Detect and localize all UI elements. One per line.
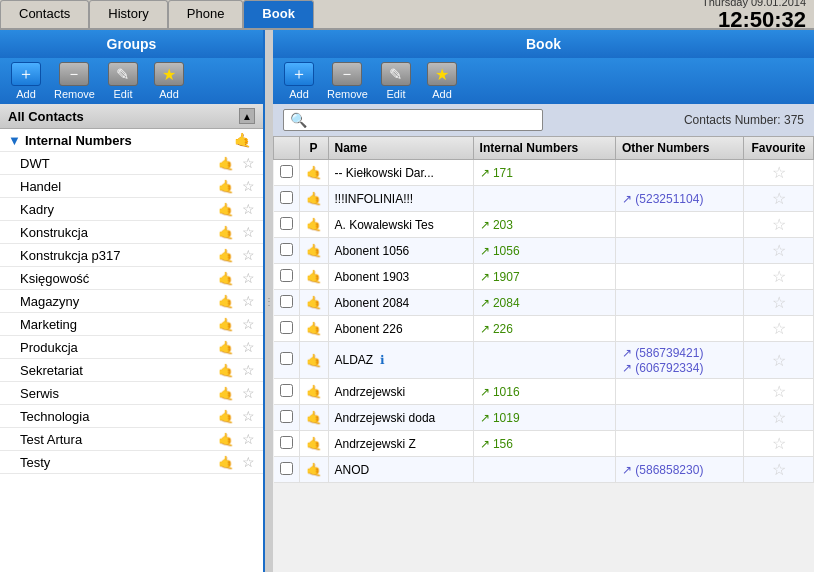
list-item[interactable]: Serwis 🤙 ☆ (0, 382, 263, 405)
favourite-star[interactable]: ☆ (772, 242, 786, 259)
row-checkbox[interactable] (280, 352, 293, 365)
row-checkbox[interactable] (280, 436, 293, 449)
tab-history[interactable]: History (89, 0, 167, 28)
phone-icon: 🤙 (218, 317, 234, 332)
group-name: Księgowość (20, 271, 218, 286)
group-name: Produkcja (20, 340, 218, 355)
list-item[interactable]: Magazyny 🤙 ☆ (0, 290, 263, 313)
row-checkbox[interactable] (280, 384, 293, 397)
star-icon: ☆ (242, 385, 255, 401)
favourite-star[interactable]: ☆ (772, 268, 786, 285)
favourite-star[interactable]: ☆ (772, 164, 786, 181)
list-item[interactable]: Testy 🤙 ☆ (0, 451, 263, 474)
row-checkbox[interactable] (280, 269, 293, 282)
star-icon: ☆ (242, 293, 255, 309)
remove-icon: － (59, 62, 89, 86)
row-checkbox[interactable] (280, 410, 293, 423)
list-item[interactable]: Księgowość 🤙 ☆ (0, 267, 263, 290)
contacts-table: P Name Internal Numbers Other Numbers Fa… (273, 136, 814, 483)
groups-header: Groups (0, 30, 263, 58)
favourite-star[interactable]: ☆ (772, 409, 786, 426)
favourite-star[interactable]: ☆ (772, 435, 786, 452)
table-row: 🤙ALDAZ ℹ↗ (586739421)↗ (606792334)☆ (274, 342, 814, 379)
favourite-star[interactable]: ☆ (772, 461, 786, 478)
search-input[interactable] (311, 113, 511, 128)
other-number (616, 316, 744, 342)
list-item[interactable]: Technologia 🤙 ☆ (0, 405, 263, 428)
p-cell: 🤙 (299, 238, 328, 264)
group-name: Test Artura (20, 432, 218, 447)
tab-phone[interactable]: Phone (168, 0, 244, 28)
list-item[interactable]: Kadry 🤙 ☆ (0, 198, 263, 221)
tab-contacts[interactable]: Contacts (0, 0, 89, 28)
star-icon: ★ (154, 62, 184, 86)
favourite-star[interactable]: ☆ (772, 216, 786, 233)
phone-icon: 🤙 (306, 165, 322, 180)
contact-name: Andrzejewski Z (328, 431, 473, 457)
list-item[interactable]: Konstrukcja p317 🤙 ☆ (0, 244, 263, 267)
p-cell: 🤙 (299, 160, 328, 186)
list-item[interactable]: Test Artura 🤙 ☆ (0, 428, 263, 451)
favourite-star[interactable]: ☆ (772, 190, 786, 207)
list-item[interactable]: Produkcja 🤙 ☆ (0, 336, 263, 359)
list-item[interactable]: Marketing 🤙 ☆ (0, 313, 263, 336)
groups-remove-button[interactable]: － Remove (54, 62, 95, 100)
phone-icon: 🤙 (218, 409, 234, 424)
col-name: Name (328, 137, 473, 160)
search-bar: 🔍 Contacts Number: 375 (273, 104, 814, 136)
table-row: 🤙Abonent 1903↗ 1907☆ (274, 264, 814, 290)
other-number (616, 160, 744, 186)
list-item[interactable]: Sekretariat 🤙 ☆ (0, 359, 263, 382)
star-icon: ☆ (242, 362, 255, 378)
row-checkbox[interactable] (280, 321, 293, 334)
book-add-button[interactable]: ＋ Add (281, 62, 317, 100)
book-fav-label: Add (432, 88, 452, 100)
groups-fav-button[interactable]: ★ Add (151, 62, 187, 100)
internal-number (473, 457, 615, 483)
list-item[interactable]: DWT 🤙 ☆ (0, 152, 263, 175)
groups-edit-button[interactable]: ✎ Edit (105, 62, 141, 100)
star-icon: ☆ (242, 339, 255, 355)
favourite-cell: ☆ (744, 264, 814, 290)
phone-icon: 🤙 (306, 191, 322, 206)
scroll-up-arrow[interactable]: ▲ (239, 108, 255, 124)
row-checkbox[interactable] (280, 191, 293, 204)
row-checkbox[interactable] (280, 243, 293, 256)
other-number (616, 238, 744, 264)
row-checkbox[interactable] (280, 217, 293, 230)
favourite-star[interactable]: ☆ (772, 352, 786, 369)
other-number-value: ↗ (586858230) (622, 463, 703, 477)
search-input-wrap: 🔍 (283, 109, 543, 131)
favourite-star[interactable]: ☆ (772, 294, 786, 311)
row-checkbox[interactable] (280, 165, 293, 178)
phone-icon: 🤙 (306, 217, 322, 232)
panel-divider[interactable]: ⋮ (265, 30, 273, 572)
info-icon[interactable]: ℹ (380, 353, 385, 367)
favourite-cell: ☆ (744, 342, 814, 379)
groups-add-label: Add (16, 88, 36, 100)
table-row: 🤙Andrzejewski doda↗ 1019☆ (274, 405, 814, 431)
internal-numbers-group[interactable]: ▼ Internal Numbers 🤙 (0, 129, 263, 152)
favourite-star[interactable]: ☆ (772, 383, 786, 400)
all-contacts-label: All Contacts (8, 109, 84, 124)
book-edit-button[interactable]: ✎ Edit (378, 62, 414, 100)
book-star-icon: ★ (427, 62, 457, 86)
phone-icon: 🤙 (218, 455, 234, 470)
favourite-star[interactable]: ☆ (772, 320, 786, 337)
favourite-cell: ☆ (744, 379, 814, 405)
other-number (616, 405, 744, 431)
book-fav-button[interactable]: ★ Add (424, 62, 460, 100)
row-checkbox[interactable] (280, 462, 293, 475)
list-item[interactable]: Handel 🤙 ☆ (0, 175, 263, 198)
contact-name: ALDAZ ℹ (328, 342, 473, 379)
list-item[interactable]: Konstrukcja 🤙 ☆ (0, 221, 263, 244)
phone-icon: 🤙 (218, 248, 234, 263)
other-number (616, 379, 744, 405)
book-header: Book (273, 30, 814, 58)
phone-icon: 🤙 (218, 271, 234, 286)
groups-add-button[interactable]: ＋ Add (8, 62, 44, 100)
book-remove-button[interactable]: － Remove (327, 62, 368, 100)
row-checkbox[interactable] (280, 295, 293, 308)
tab-book[interactable]: Book (243, 0, 314, 28)
contact-name: Abonent 2084 (328, 290, 473, 316)
